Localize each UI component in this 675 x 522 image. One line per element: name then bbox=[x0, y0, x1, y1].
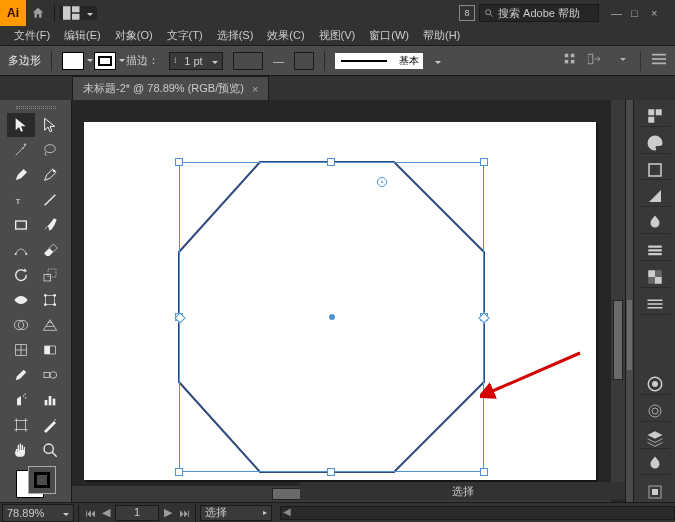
tool-scale[interactable] bbox=[36, 263, 64, 287]
panel-swatches-icon[interactable] bbox=[640, 160, 670, 181]
svg-point-36 bbox=[24, 394, 25, 395]
close-tab-icon[interactable]: × bbox=[252, 83, 258, 95]
transform-panel-icon[interactable] bbox=[588, 51, 604, 67]
svg-rect-39 bbox=[53, 399, 56, 406]
tool-blend[interactable] bbox=[36, 363, 64, 387]
tool-rotate[interactable] bbox=[7, 263, 35, 287]
menu-view[interactable]: 视图(V) bbox=[313, 26, 362, 45]
align-panel-icon[interactable] bbox=[562, 51, 578, 67]
scrollbar-thumb[interactable] bbox=[613, 300, 623, 380]
status-scroll-track[interactable] bbox=[280, 506, 675, 520]
resize-handle-s[interactable] bbox=[327, 468, 335, 476]
last-artboard-button[interactable]: ⏭ bbox=[177, 507, 191, 519]
search-input[interactable]: 搜索 Adobe 帮助 bbox=[479, 4, 599, 22]
menu-object[interactable]: 对象(O) bbox=[109, 26, 159, 45]
toolbox-grip[interactable] bbox=[16, 106, 56, 109]
vertical-scrollbar[interactable] bbox=[611, 100, 625, 486]
tool-hand[interactable] bbox=[7, 438, 35, 462]
tool-eyedropper[interactable] bbox=[7, 363, 35, 387]
tool-rectangle[interactable] bbox=[7, 213, 35, 237]
resize-handle-ne[interactable] bbox=[480, 158, 488, 166]
fill-stroke-control[interactable] bbox=[14, 468, 58, 496]
panel-transparency-icon[interactable] bbox=[640, 267, 670, 288]
tool-zoom[interactable] bbox=[36, 438, 64, 462]
canvas[interactable] bbox=[72, 100, 625, 502]
close-button[interactable]: × bbox=[651, 7, 663, 19]
tool-line[interactable] bbox=[36, 188, 64, 212]
artboard-number-input[interactable]: 1 bbox=[115, 505, 159, 521]
maximize-button[interactable]: □ bbox=[631, 7, 643, 19]
tool-type[interactable]: T bbox=[7, 188, 35, 212]
tool-mesh[interactable] bbox=[7, 338, 35, 362]
menu-help[interactable]: 帮助(H) bbox=[417, 26, 466, 45]
resize-handle-se[interactable] bbox=[480, 468, 488, 476]
panel-stroke-icon[interactable] bbox=[640, 240, 670, 261]
svg-point-24 bbox=[53, 294, 56, 297]
chevron-down-icon[interactable] bbox=[433, 55, 441, 67]
scrollbar-thumb[interactable] bbox=[627, 300, 632, 370]
menu-type[interactable]: 文字(T) bbox=[161, 26, 209, 45]
status-tool-dropdown[interactable]: 选择 ▸ bbox=[200, 505, 272, 521]
fill-swatch[interactable] bbox=[62, 52, 84, 70]
resize-handle-nw[interactable] bbox=[175, 158, 183, 166]
tool-magic-wand[interactable] bbox=[7, 138, 35, 162]
resize-handle-sw[interactable] bbox=[175, 468, 183, 476]
stroke-profile-dropdown[interactable] bbox=[233, 52, 263, 70]
tool-selection[interactable] bbox=[7, 113, 35, 137]
zoom-input[interactable]: 78.89% bbox=[2, 504, 74, 522]
prev-artboard-button[interactable]: ◀ bbox=[99, 506, 113, 519]
panel-artboards-icon[interactable] bbox=[640, 481, 670, 502]
panel-brushes-icon[interactable] bbox=[640, 186, 670, 207]
right-gutter[interactable] bbox=[625, 100, 633, 502]
layout-switcher[interactable] bbox=[59, 6, 97, 20]
panel-symbols-icon[interactable] bbox=[640, 213, 670, 234]
panel-appearance-icon[interactable] bbox=[640, 374, 670, 395]
home-icon[interactable] bbox=[26, 6, 50, 20]
tool-lasso[interactable] bbox=[36, 138, 64, 162]
document-indicator[interactable]: 8 bbox=[459, 5, 475, 21]
tool-paintbrush[interactable] bbox=[36, 213, 64, 237]
menu-window[interactable]: 窗口(W) bbox=[363, 26, 415, 45]
panel-align-icon[interactable] bbox=[640, 294, 670, 315]
stroke-swatch[interactable] bbox=[94, 52, 116, 70]
tool-graph[interactable] bbox=[36, 388, 64, 412]
svg-rect-7 bbox=[571, 53, 575, 57]
tool-shape-builder[interactable] bbox=[7, 313, 35, 337]
svg-point-14 bbox=[53, 170, 56, 173]
tool-eraser[interactable] bbox=[36, 238, 64, 262]
stroke-color-icon[interactable] bbox=[28, 466, 56, 494]
panel-color-icon[interactable] bbox=[640, 133, 670, 154]
tool-slice[interactable] bbox=[36, 413, 64, 437]
tool-pen[interactable] bbox=[7, 163, 35, 187]
tool-width[interactable] bbox=[7, 288, 35, 312]
graphic-style-preview[interactable]: 基本 bbox=[335, 53, 423, 69]
next-artboard-button[interactable]: ▶ bbox=[161, 506, 175, 519]
panel-menu-icon[interactable] bbox=[651, 51, 667, 67]
tool-shaper[interactable] bbox=[7, 238, 35, 262]
control-bar: 多边形 描边： ⁞ 1 pt — 基本 bbox=[0, 46, 675, 76]
tool-perspective[interactable] bbox=[36, 313, 64, 337]
tool-gradient[interactable] bbox=[36, 338, 64, 362]
tool-direct-selection[interactable] bbox=[36, 113, 64, 137]
stroke-weight-input[interactable]: ⁞ 1 pt bbox=[169, 52, 223, 70]
minimize-button[interactable]: — bbox=[611, 7, 623, 19]
panel-properties-icon[interactable] bbox=[640, 106, 670, 127]
panel-asset-export-icon[interactable] bbox=[640, 455, 670, 476]
document-tab[interactable]: 未标题-2* @ 78.89% (RGB/预览) × bbox=[72, 76, 269, 100]
resize-handle-n[interactable] bbox=[327, 158, 335, 166]
first-artboard-button[interactable]: ⏮ bbox=[83, 507, 97, 519]
menu-effect[interactable]: 效果(C) bbox=[261, 26, 310, 45]
tool-curvature[interactable] bbox=[36, 163, 64, 187]
tool-artboard[interactable] bbox=[7, 413, 35, 437]
menu-select[interactable]: 选择(S) bbox=[211, 26, 260, 45]
chevron-down-icon[interactable] bbox=[614, 51, 630, 67]
menu-file[interactable]: 文件(F) bbox=[8, 26, 56, 45]
panel-graphic-styles-icon[interactable] bbox=[640, 401, 670, 422]
tool-symbol-sprayer[interactable] bbox=[7, 388, 35, 412]
menu-edit[interactable]: 编辑(E) bbox=[58, 26, 107, 45]
registration-point-icon[interactable] bbox=[377, 177, 387, 187]
panel-layers-icon[interactable] bbox=[640, 428, 670, 449]
tool-free-transform[interactable] bbox=[36, 288, 64, 312]
artboard[interactable] bbox=[84, 122, 596, 480]
brush-dropdown[interactable] bbox=[294, 52, 314, 70]
